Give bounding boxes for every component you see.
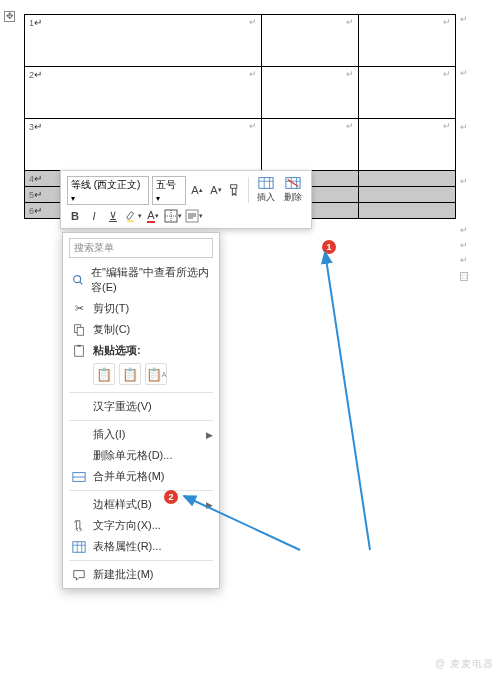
paste-text-only-button[interactable]: 📋A (145, 363, 167, 385)
svg-rect-0 (259, 178, 273, 189)
text-direction-icon (71, 519, 87, 533)
mini-toolbar: 等线 (西文正文) ▾ 五号 ▾ A▴ A▾ 插入 删除 B I ⊻ ▾ A▾ … (60, 170, 312, 229)
align-button[interactable]: ▾ (185, 208, 203, 224)
svg-rect-8 (75, 345, 84, 356)
underline-button[interactable]: ⊻ (105, 208, 121, 224)
svg-rect-2 (127, 220, 134, 222)
paste-merge-button[interactable]: 📋 (119, 363, 141, 385)
font-size-select[interactable]: 五号 ▾ (152, 176, 186, 205)
menu-delete-cells[interactable]: 删除单元格(D)... (63, 445, 219, 466)
shrink-font-button[interactable]: A▾ (208, 182, 224, 198)
menu-table-properties[interactable]: 表格属性(R)... (63, 536, 219, 557)
menu-item-label: 复制(C) (93, 322, 130, 337)
scissors-icon: ✂ (71, 302, 87, 315)
menu-paste-label: 粘贴选项: (63, 340, 219, 361)
menu-item-label: 插入(I) (93, 427, 125, 442)
menu-item-label: 删除单元格(D)... (93, 448, 172, 463)
menu-merge-cells[interactable]: 合并单元格(M) (63, 466, 219, 487)
paste-icon (71, 344, 87, 358)
menu-lookup[interactable]: 在"编辑器"中查看所选内容(E) (63, 262, 219, 298)
menu-item-label: 粘贴选项: (93, 343, 141, 358)
menu-insert[interactable]: 插入(I) ▶ (63, 424, 219, 445)
watermark: @ 麦麦电器 (435, 657, 494, 671)
search-icon (71, 273, 85, 287)
bold-button[interactable]: B (67, 208, 83, 224)
menu-item-label: 在"编辑器"中查看所选内容(E) (91, 265, 211, 295)
delete-button[interactable]: 删除 (281, 175, 305, 205)
copy-icon (71, 323, 87, 337)
font-color-button[interactable]: A▾ (145, 208, 161, 224)
menu-text-direction[interactable]: 文字方向(X)... (63, 515, 219, 536)
menu-border-style[interactable]: 边框样式(B) ▶ (63, 494, 219, 515)
menu-item-label: 合并单元格(M) (93, 469, 165, 484)
menu-new-comment[interactable]: 新建批注(M) (63, 564, 219, 585)
menu-item-label: 表格属性(R)... (93, 539, 161, 554)
table-row: 2↵↵↵↵ (25, 67, 456, 119)
grow-font-button[interactable]: A▴ (189, 182, 205, 198)
svg-rect-9 (77, 344, 81, 346)
menu-item-label: 剪切(T) (93, 301, 129, 316)
menu-item-label: 文字方向(X)... (93, 518, 161, 533)
svg-line-12 (325, 252, 370, 550)
svg-rect-11 (73, 541, 85, 552)
menu-copy[interactable]: 复制(C) (63, 319, 219, 340)
insert-button[interactable]: 插入 (254, 175, 278, 205)
menu-item-label: 边框样式(B) (93, 497, 152, 512)
table-row: 3↵↵↵↵ (25, 119, 456, 171)
comment-icon (71, 568, 87, 582)
chevron-right-icon: ▶ (206, 430, 213, 440)
table-properties-icon (71, 540, 87, 554)
highlight-button[interactable]: ▾ (124, 208, 142, 224)
merge-icon (71, 470, 87, 484)
menu-item-label: 汉字重选(V) (93, 399, 152, 414)
annotation-badge-2: 2 (164, 490, 178, 504)
svg-rect-7 (77, 327, 83, 335)
paste-keep-source-button[interactable]: 📋 (93, 363, 115, 385)
format-painter-button[interactable] (227, 182, 243, 198)
italic-button[interactable]: I (86, 208, 102, 224)
menu-item-label: 新建批注(M) (93, 567, 154, 582)
svg-point-5 (74, 276, 81, 283)
paste-options-row: 📋 📋 📋A (63, 361, 219, 389)
context-menu: 搜索菜单 在"编辑器"中查看所选内容(E) ✂ 剪切(T) 复制(C) 粘贴选项… (62, 232, 220, 589)
table-anchor-icon[interactable]: ✥ (4, 11, 15, 22)
chevron-right-icon: ▶ (206, 500, 213, 510)
border-button[interactable]: ▾ (164, 208, 182, 224)
menu-search-input[interactable]: 搜索菜单 (69, 238, 213, 258)
menu-cut[interactable]: ✂ 剪切(T) (63, 298, 219, 319)
font-family-select[interactable]: 等线 (西文正文) ▾ (67, 176, 149, 205)
annotation-badge-1: 1 (322, 240, 336, 254)
menu-hanzi-reselect[interactable]: 汉字重选(V) (63, 396, 219, 417)
table-row: 1↵↵↵↵ (25, 15, 456, 67)
